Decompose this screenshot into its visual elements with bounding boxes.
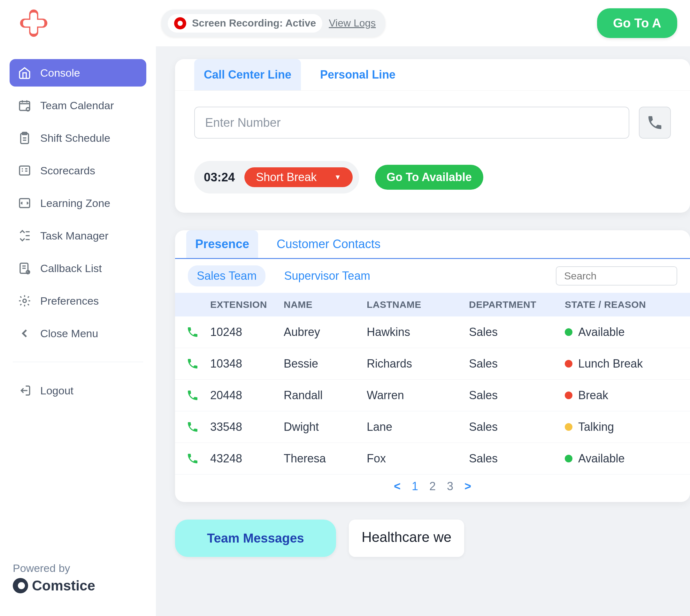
divider: [13, 362, 143, 362]
cell-name: Theresa: [284, 452, 367, 465]
tab-customer-contacts[interactable]: Customer Contacts: [268, 230, 389, 258]
sidebar: Console Team Calendar Shift Schedule: [0, 46, 156, 616]
sidebar-item-close-menu[interactable]: Close Menu: [9, 320, 146, 347]
presence-card: Presence Customer Contacts Sales Team Su…: [175, 230, 690, 502]
sidebar-item-label: Task Manager: [40, 229, 109, 242]
tab-presence[interactable]: Presence: [186, 230, 258, 258]
goto-a-button[interactable]: Go To A: [597, 8, 677, 38]
sidebar-item-preferences[interactable]: Preferences: [9, 287, 146, 314]
presence-row[interactable]: 33548 Dwight Lane Sales Talking: [175, 411, 690, 443]
svg-point-5: [26, 108, 30, 111]
phone-number-input[interactable]: [194, 107, 629, 138]
app-logo: [18, 7, 49, 39]
cell-extension: 33548: [210, 420, 284, 434]
sidebar-footer: Powered by Comstice: [9, 559, 146, 607]
cell-lastname: Fox: [367, 452, 469, 465]
clipboard-icon: [18, 131, 31, 145]
team-messages-button[interactable]: Team Messages: [175, 520, 336, 557]
calendar-icon: [18, 99, 31, 112]
sidebar-item-task-manager[interactable]: Task Manager: [9, 222, 146, 249]
svg-point-12: [23, 299, 26, 303]
go-available-button[interactable]: Go To Available: [375, 165, 483, 190]
callback-icon: [18, 262, 31, 275]
scorecard-icon: [18, 164, 31, 177]
top-bar: Screen Recording: Active View Logs Go To…: [0, 0, 690, 46]
status-indicator: 03:24 Short Break ▼: [194, 161, 359, 194]
pagination: < 1 2 3 >: [175, 475, 690, 502]
dialer-card: Call Center Line Personal Line 03:24: [175, 59, 690, 213]
chevron-down-icon: ▼: [334, 173, 341, 181]
svg-rect-3: [23, 20, 44, 26]
main-content: Call Center Line Personal Line 03:24: [156, 46, 690, 616]
status-dropdown[interactable]: Short Break ▼: [244, 167, 353, 187]
phone-icon: [175, 389, 210, 402]
presence-row[interactable]: 20448 Randall Warren Sales Break: [175, 380, 690, 411]
cell-department: Sales: [469, 357, 565, 370]
comstice-icon: [13, 578, 28, 593]
cell-department: Sales: [469, 325, 565, 339]
medical-cross-icon: [19, 8, 49, 38]
sidebar-item-console[interactable]: Console: [9, 59, 146, 87]
cell-lastname: Warren: [367, 389, 469, 402]
team-chip-supervisor[interactable]: Supervisor Team: [275, 265, 379, 286]
status-timer: 03:24: [204, 171, 235, 184]
page-next[interactable]: >: [465, 480, 471, 493]
cell-extension: 10248: [210, 325, 284, 339]
col-extension: EXTENSION: [210, 299, 284, 310]
brand-link[interactable]: Comstice: [13, 578, 143, 594]
phone-icon: [175, 421, 210, 433]
tab-personal-line[interactable]: Personal Line: [310, 59, 405, 90]
sidebar-item-label: Close Menu: [40, 327, 98, 340]
cell-extension: 10348: [210, 357, 284, 370]
team-chip-sales[interactable]: Sales Team: [188, 265, 265, 286]
brand-name: Comstice: [32, 578, 95, 594]
phone-icon: [646, 114, 664, 131]
sidebar-item-label: Console: [40, 67, 80, 79]
svg-rect-8: [20, 166, 30, 175]
phone-icon: [175, 326, 210, 338]
cell-extension: 43248: [210, 452, 284, 465]
col-department: DEPARTMENT: [469, 299, 565, 310]
tab-call-center-line[interactable]: Call Center Line: [194, 59, 301, 90]
status-dot-icon: [565, 392, 573, 399]
gear-icon: [18, 294, 31, 308]
dial-button[interactable]: [639, 107, 671, 138]
healthcare-card[interactable]: Healthcare we: [349, 520, 464, 557]
sidebar-item-learning-zone[interactable]: Learning Zone: [9, 189, 146, 217]
logout-icon: [18, 384, 31, 397]
cell-name: Randall: [284, 389, 367, 402]
page-1[interactable]: 1: [412, 480, 418, 493]
page-2[interactable]: 2: [429, 480, 436, 493]
page-3[interactable]: 3: [447, 480, 453, 493]
status-dot-icon: [565, 455, 573, 462]
sidebar-item-callback-list[interactable]: Callback List: [9, 255, 146, 282]
sidebar-item-scorecards[interactable]: Scorecards: [9, 157, 146, 184]
recording-indicator: Screen Recording: Active View Logs: [161, 9, 385, 37]
status-dot-icon: [565, 328, 573, 336]
cell-department: Sales: [469, 420, 565, 434]
sidebar-item-team-calendar[interactable]: Team Calendar: [9, 92, 146, 119]
phone-icon: [175, 452, 210, 465]
task-icon: [18, 229, 31, 242]
col-name: NAME: [284, 299, 367, 310]
sidebar-item-logout[interactable]: Logout: [9, 377, 146, 404]
presence-row[interactable]: 10248 Aubrey Hawkins Sales Available: [175, 316, 690, 348]
cell-lastname: Lane: [367, 420, 469, 434]
record-icon: [174, 17, 186, 29]
sidebar-item-label: Callback List: [40, 262, 102, 274]
sidebar-item-label: Learning Zone: [40, 197, 110, 210]
sidebar-item-label: Logout: [40, 384, 73, 397]
view-logs-link[interactable]: View Logs: [329, 17, 376, 29]
presence-search-input[interactable]: [556, 266, 677, 285]
cell-department: Sales: [469, 452, 565, 465]
presence-table-header: EXTENSION NAME LASTNAME DEPARTMENT STATE…: [175, 293, 690, 316]
learning-icon: [18, 196, 31, 210]
presence-row[interactable]: 10348 Bessie Richards Sales Lunch Break: [175, 348, 690, 380]
cell-name: Aubrey: [284, 325, 367, 339]
messages-row: Team Messages Healthcare we: [175, 520, 690, 557]
cell-state: Available: [565, 325, 686, 339]
sidebar-item-shift-schedule[interactable]: Shift Schedule: [9, 124, 146, 152]
page-prev[interactable]: <: [394, 480, 401, 493]
cell-state: Available: [565, 452, 686, 465]
presence-row[interactable]: 43248 Theresa Fox Sales Available: [175, 443, 690, 475]
